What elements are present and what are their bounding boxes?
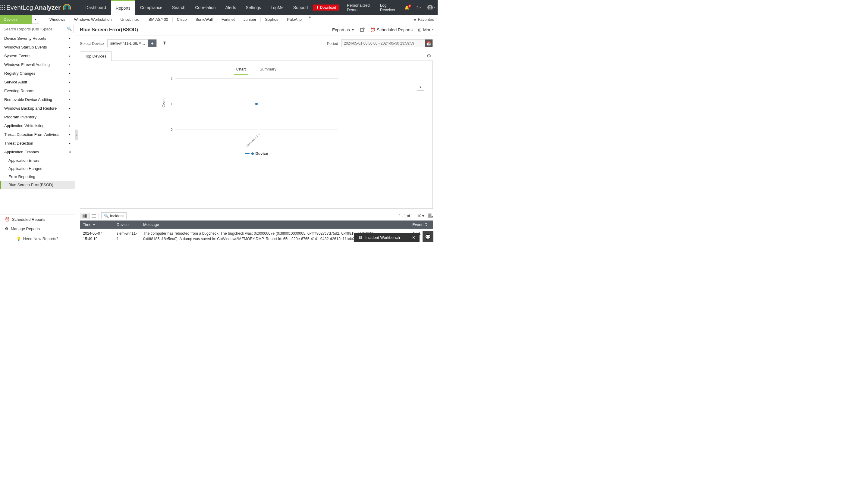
tab-compliance[interactable]: Compliance <box>135 0 167 15</box>
notif-badge: 2 <box>408 4 411 7</box>
subtab-windows-workstation[interactable]: Windows Workstation <box>70 17 116 22</box>
sidebar-scheduled-reports[interactable]: ⏰ Scheduled Reports <box>0 215 75 224</box>
logo-text-1: EventLog <box>6 4 33 11</box>
col-event-id[interactable]: Event ID <box>409 221 433 229</box>
more-label: More <box>423 27 433 32</box>
sidebar-item-windows-firewall-auditing[interactable]: Windows Firewall Auditing▸ <box>0 60 75 69</box>
sidebar-item-windows-startup-events[interactable]: Windows Startup Events▸ <box>0 43 75 52</box>
sidebar-item-application-crashes[interactable]: Application Crashes▾ <box>0 148 75 156</box>
sidebar-item-removable-device-auditing[interactable]: Removable Device Auditing▸ <box>0 95 75 104</box>
ytick: 0 <box>168 128 173 131</box>
apps-grid-icon[interactable] <box>0 5 5 10</box>
notifications-icon[interactable]: 🔔2 <box>401 5 413 10</box>
subtab-windows[interactable]: Windows <box>45 17 70 22</box>
page-size-dropdown[interactable]: 10 ▾ <box>417 214 424 218</box>
sidebar-search[interactable]: 🔍 <box>1 25 74 33</box>
manage-label: Manage Reports <box>11 227 40 231</box>
schedule-export-icon[interactable] <box>360 27 365 32</box>
subtab-paloalto[interactable]: PaloAlto <box>283 17 306 22</box>
period-input[interactable]: 2024-05-01 00:00:00 - 2024-05-30 23:59:5… <box>341 39 433 47</box>
period-value: 2024-05-01 00:00:00 - 2024-05-30 23:59:5… <box>341 41 425 45</box>
close-icon[interactable]: ✕ <box>412 235 415 240</box>
scheduled-reports-link[interactable]: ⏰ Scheduled Reports <box>370 27 412 32</box>
download-button[interactable]: ⬇ Download <box>313 4 339 10</box>
sidebar-subitem-error-reporting[interactable]: Error Reporting <box>0 173 75 181</box>
content-header: Blue Screen Error(BSOD) Export as ▼ ⏰ Sc… <box>75 24 438 36</box>
sidebar-item-system-events[interactable]: System Events▸ <box>0 52 75 60</box>
sidebar-item-service-audit[interactable]: Service Audit▸ <box>0 78 75 87</box>
subtab-unix-linux[interactable]: Unix/Linux <box>116 17 144 22</box>
subtab-fortinet[interactable]: Fortinet <box>217 17 239 22</box>
devices-dropdown[interactable]: Devices ▾ <box>0 15 39 24</box>
column-settings-icon[interactable]: ⚙ <box>428 214 433 218</box>
sidebar-item-threat-detection[interactable]: Threat Detection▸ <box>0 139 75 148</box>
sidebar-items: Device Severity Reports▸Windows Startup … <box>0 34 75 215</box>
legend-dot-icon <box>251 153 254 155</box>
sidebar-item-application-whitelisting[interactable]: Application Whitelisting▸ <box>0 121 75 130</box>
col-time[interactable]: Time▼ <box>80 221 114 229</box>
personalized-demo-link[interactable]: Personalized Demo <box>343 3 376 12</box>
help-icon[interactable]: ? ▾ <box>413 0 424 15</box>
add-device-button[interactable]: + <box>148 39 156 47</box>
product-logo[interactable]: EventLog Analyzer <box>5 3 78 12</box>
subtab-juniper[interactable]: Juniper <box>239 17 261 22</box>
col-message[interactable]: Message <box>140 221 409 229</box>
grid-view-button[interactable] <box>80 213 89 219</box>
sidebar-subitem-application-hanged[interactable]: Application Hanged <box>0 164 75 173</box>
user-avatar-icon[interactable]: ▾ <box>424 0 438 15</box>
log-receiver-link[interactable]: Log Receiver <box>376 3 401 12</box>
incident-workbench-button[interactable]: 🖥 Incident Workbench ✕ <box>354 233 420 242</box>
sidebar-item-windows-backup-and-restore[interactable]: Windows Backup and Restore▸ <box>0 104 75 113</box>
more-device-types[interactable]: ▾ <box>306 15 314 24</box>
need-new-reports[interactable]: 💡 Need New Reports? <box>0 233 75 244</box>
legend-line <box>245 153 250 154</box>
chart-tab-summary[interactable]: Summary <box>257 66 279 75</box>
chevron-right-icon: ▸ <box>69 98 70 101</box>
chevron-down-icon[interactable]: ▾ <box>32 15 39 24</box>
sidebar-footer: ⏰ Scheduled Reports ⚙ Manage Reports 💡 N… <box>0 215 75 244</box>
chart-type-dropdown[interactable]: ▾ <box>417 84 424 91</box>
tab-reports[interactable]: Reports <box>111 0 135 15</box>
sidebar-subitem-blue-screen-error-bsod-[interactable]: Blue Screen Error(BSOD) <box>0 181 75 189</box>
subtab-sonicwall[interactable]: SonicWall <box>191 17 217 22</box>
devices-dropdown-label: Devices <box>4 17 18 22</box>
content: ◂ Blue Screen Error(BSOD) Export as ▼ ⏰ … <box>75 24 438 244</box>
tab-correlation[interactable]: Correlation <box>190 0 220 15</box>
favorites-link[interactable]: ★ Favorites <box>410 15 438 24</box>
list-view-button[interactable] <box>89 213 98 219</box>
export-as-dropdown[interactable]: Export as ▼ <box>332 27 354 32</box>
sidebar-search-input[interactable] <box>1 25 73 33</box>
sidebar-subitem-application-errors[interactable]: Application Errors <box>0 156 75 164</box>
data-point[interactable] <box>255 103 258 105</box>
sidebar-item-threat-detection-from-antivirus[interactable]: Threat Detection From Antivirus▸ <box>0 130 75 139</box>
tab-search[interactable]: Search <box>167 0 190 15</box>
tab-alerts[interactable]: Alerts <box>221 0 241 15</box>
sidebar-collapse-handle[interactable]: ◂ <box>75 130 78 140</box>
search-icon[interactable]: 🔍 <box>67 27 72 31</box>
subtab-ibm-as-400[interactable]: IBM AS/400 <box>143 17 173 22</box>
tab-settings[interactable]: Settings <box>241 0 266 15</box>
incident-icon: 🔍 <box>104 214 109 218</box>
table-toolbar-right: 1 - 1 of 1 10 ▾ ⚙ <box>399 214 433 218</box>
filter-icon[interactable] <box>160 41 169 46</box>
tab-support[interactable]: Support <box>288 0 313 15</box>
device-select[interactable]: siem-win11-1,SIEM-W2... + <box>107 39 157 47</box>
chart-tab-chart[interactable]: Chart <box>234 66 248 75</box>
sidebar-item-registry-changes[interactable]: Registry Changes▸ <box>0 69 75 78</box>
sidebar-item-device-severity-reports[interactable]: Device Severity Reports▸ <box>0 34 75 43</box>
incident-button[interactable]: 🔍 Incident <box>101 213 127 219</box>
chat-button[interactable]: 💬 <box>423 231 433 242</box>
tab-dashboard[interactable]: Dashboard <box>81 0 111 15</box>
col-device[interactable]: Device <box>114 221 140 229</box>
device-type-tabs: WindowsWindows WorkstationUnix/LinuxIBM … <box>39 15 306 24</box>
tab-top-devices[interactable]: Top Devices <box>80 51 112 61</box>
sidebar-item-eventlog-reports[interactable]: Eventlog Reports▸ <box>0 87 75 95</box>
chart-settings-icon[interactable]: ⚙ <box>425 51 433 61</box>
sidebar-item-program-inventory[interactable]: Program Inventory▸ <box>0 113 75 121</box>
more-menu[interactable]: ⊞ More <box>418 27 433 32</box>
sidebar-manage-reports[interactable]: ⚙ Manage Reports <box>0 224 75 233</box>
tab-logme[interactable]: LogMe <box>266 0 288 15</box>
subtab-sophos[interactable]: Sophos <box>261 17 283 22</box>
calendar-icon[interactable]: 📅 <box>425 39 433 47</box>
subtab-cisco[interactable]: Cisco <box>173 17 191 22</box>
